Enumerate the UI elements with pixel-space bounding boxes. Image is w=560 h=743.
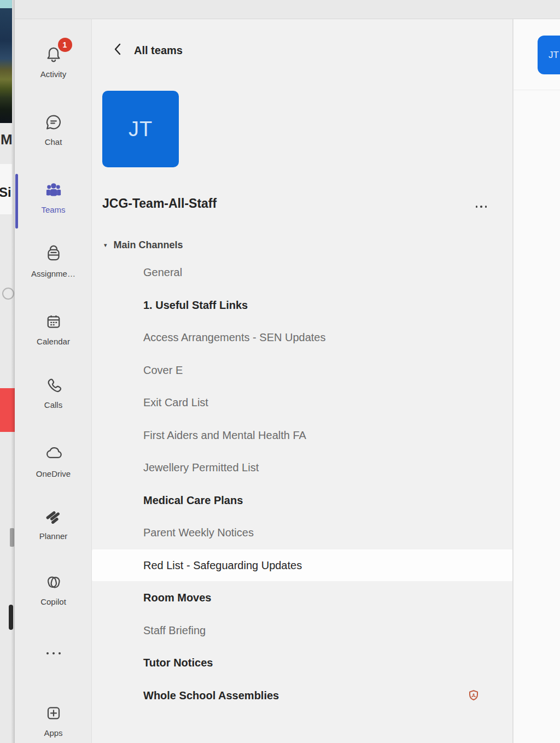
channel-item-medical-care-plans[interactable]: Medical Care Plans bbox=[92, 484, 513, 516]
channel-pane: All teams JT JCG-Team-All-Staff ▾ Main C… bbox=[92, 19, 513, 743]
chevron-down-icon: ▾ bbox=[104, 242, 107, 249]
background-text-fragment: Si bbox=[0, 185, 11, 200]
rail-item-onedrive[interactable]: OneDrive bbox=[15, 443, 92, 478]
channel-label: Exit Card List bbox=[143, 396, 208, 409]
copilot-icon bbox=[43, 571, 65, 594]
activity-badge: 1 bbox=[58, 38, 72, 52]
all-teams-back-button[interactable]: All teams bbox=[114, 42, 183, 58]
content-pane: JT bbox=[513, 19, 560, 743]
channel-label: Staff Briefing bbox=[143, 624, 206, 636]
rail-item-chat[interactable]: Chat bbox=[15, 111, 92, 147]
rail-label: Copilot bbox=[15, 597, 92, 606]
rail-label: Activity bbox=[15, 69, 92, 79]
section-label: Main Channels bbox=[114, 239, 183, 251]
background-window-sliver: M Si bbox=[0, 0, 15, 743]
channel-label: General bbox=[143, 266, 182, 279]
channel-item-1-useful-staff-links[interactable]: 1. Useful Staff Links bbox=[92, 289, 513, 321]
channel-item-cover-e[interactable]: Cover E bbox=[92, 354, 513, 386]
rail-label: Planner bbox=[15, 531, 92, 541]
cloud-icon bbox=[43, 443, 65, 466]
channel-item-first-aiders-and-mental-health-fa[interactable]: First Aiders and Mental Health FA bbox=[92, 419, 513, 451]
planner-stripes-icon bbox=[43, 505, 65, 528]
rail-label: Apps bbox=[15, 728, 92, 738]
rail-item-activity[interactable]: 1 Activity bbox=[15, 43, 92, 79]
channel-item-room-moves[interactable]: Room Moves bbox=[92, 582, 513, 613]
section-main-channels[interactable]: ▾ Main Channels bbox=[104, 237, 183, 253]
channel-label: Whole School Assemblies bbox=[143, 689, 279, 701]
rail-label: Chat bbox=[15, 137, 92, 147]
channel-label: Jewellery Permitted List bbox=[143, 461, 259, 474]
channel-label: 1. Useful Staff Links bbox=[143, 299, 248, 311]
shield-icon bbox=[467, 689, 480, 702]
back-chevron-icon bbox=[114, 43, 121, 57]
channel-item-whole-school-assemblies[interactable]: Whole School Assemblies bbox=[92, 680, 513, 711]
rail-label: OneDrive bbox=[15, 469, 92, 478]
channel-item-jewellery-permitted-list[interactable]: Jewellery Permitted List bbox=[92, 452, 513, 483]
channel-item-parent-weekly-notices[interactable]: Parent Weekly Notices bbox=[92, 517, 513, 548]
team-name: JCG-Team-All-Staff bbox=[102, 196, 217, 211]
rail-label: Teams bbox=[15, 205, 92, 214]
rail-item-calendar[interactable]: Calendar bbox=[15, 311, 92, 346]
app-title-bar bbox=[15, 0, 560, 19]
calendar-icon bbox=[43, 311, 65, 334]
teams-people-icon bbox=[43, 179, 65, 202]
rail-label: Calendar bbox=[15, 337, 92, 346]
channel-label: First Aiders and Mental Health FA bbox=[143, 429, 306, 441]
rail-label: Calls bbox=[15, 400, 92, 409]
team-avatar[interactable]: JT bbox=[102, 91, 179, 167]
channel-item-general[interactable]: General bbox=[92, 256, 513, 288]
rail-item-apps[interactable]: Apps bbox=[15, 702, 92, 738]
channel-label: Parent Weekly Notices bbox=[143, 526, 254, 539]
channel-item-staff-briefing[interactable]: Staff Briefing bbox=[92, 615, 513, 646]
backpack-icon bbox=[43, 243, 65, 266]
channel-label: Tutor Notices bbox=[143, 657, 213, 669]
channel-item-tutor-notices[interactable]: Tutor Notices bbox=[92, 647, 513, 678]
more-horizontal-icon bbox=[46, 648, 61, 659]
rail-item-copilot[interactable]: Copilot bbox=[15, 571, 92, 606]
channel-item-exit-card-list[interactable]: Exit Card List bbox=[92, 387, 513, 418]
back-label: All teams bbox=[134, 44, 183, 57]
channel-label: Cover E bbox=[143, 364, 183, 376]
profile-button[interactable]: JT bbox=[538, 36, 560, 74]
phone-icon bbox=[43, 374, 65, 397]
rail-label: Assignme… bbox=[15, 269, 92, 278]
background-teal-fragment bbox=[0, 0, 12, 8]
content-header-divider bbox=[514, 90, 560, 90]
channel-label: Medical Care Plans bbox=[143, 494, 243, 506]
rail-item-teams[interactable]: Teams bbox=[15, 179, 92, 214]
team-options-button[interactable] bbox=[469, 200, 493, 214]
rail-item-calls[interactable]: Calls bbox=[15, 374, 92, 409]
plus-square-icon bbox=[43, 702, 65, 725]
rail-item-more[interactable] bbox=[15, 647, 92, 659]
rail-item-assignments[interactable]: Assignme… bbox=[15, 243, 92, 278]
channel-label: Access Arrangements - SEN Updates bbox=[143, 331, 325, 344]
channel-item-access-arrangements-sen-updates[interactable]: Access Arrangements - SEN Updates bbox=[92, 321, 513, 353]
window-edge-shadow bbox=[11, 0, 15, 743]
chat-bubble-icon bbox=[43, 111, 65, 134]
app-rail: 1 Activity Chat Teams Assignme… Calendar… bbox=[15, 19, 92, 743]
channel-item-red-list-safeguarding-updates[interactable]: Red List - Safeguarding Updates bbox=[92, 549, 513, 581]
bell-icon: 1 bbox=[43, 43, 65, 66]
rail-item-planner[interactable]: Planner bbox=[15, 505, 92, 541]
channel-label: Room Moves bbox=[143, 592, 211, 604]
background-photo-fragment bbox=[0, 8, 12, 123]
channel-label: Red List - Safeguarding Updates bbox=[143, 559, 302, 571]
